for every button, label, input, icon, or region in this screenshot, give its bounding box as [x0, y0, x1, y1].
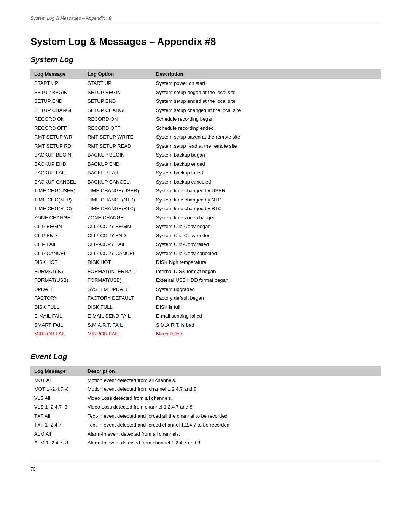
system-log-option: TIME CHANGE(RTC) [84, 204, 152, 213]
system-log-row: BACKUP ENDBACKUP ENDSystem backup ended [30, 160, 381, 169]
event-log-row: TXT 1~2,4,7Text-In event detected and fo… [30, 420, 381, 430]
event-log-message: VLS 1~2,4,7~8 [30, 403, 84, 412]
event-log-message: ALM 1~2,4,7~8 [30, 438, 84, 447]
event-log-row: VLS AllVideo Loss detected from all chan… [30, 394, 381, 403]
event-log-table: Log Message Description MOT AllMotion ev… [30, 366, 381, 447]
system-log-option: RECORD ON [84, 115, 152, 124]
event-log-desc: Video Loss detected from channel 1,2,4,7… [84, 403, 381, 412]
system-log-message: BACKUP END [30, 160, 84, 169]
breadcrumb-bar: System Log & Messages – Appendix #8 [30, 15, 381, 24]
system-log-message: CLIP FAIL [30, 240, 84, 249]
system-log-option: RMT SETUP WRITE [84, 133, 152, 142]
system-log-message: SETUP BEGIN [30, 88, 84, 97]
system-log-desc: System Clip-Copy failed [152, 240, 381, 249]
event-log-row: ALM AllAlarm-In event detected from all … [30, 430, 381, 439]
page-number: 70 [30, 466, 35, 472]
system-log-desc: System Clip-Copy began [152, 222, 381, 231]
system-log-desc: External USB HDD format began [152, 276, 381, 285]
system-log-row: TIME CHG(RTC)TIME CHANGE(RTC)System time… [30, 204, 381, 213]
event-log-desc: Alarm-In event detected from channel 1,2… [84, 438, 381, 447]
system-log-option: START UP [84, 79, 152, 88]
system-log-row: CLIP CANCELCLIP-COPY CANCELSystem Clip-C… [30, 249, 381, 258]
system-log-row: BACKUP CANCELBACKUP CANCELSystem backup … [30, 177, 381, 187]
system-log-option: ZONE CHANGE [84, 213, 152, 222]
event-log-message: MOT 1~2,4,7~8 [30, 385, 84, 394]
event-log-desc: Motion event detected from all channels. [84, 376, 381, 385]
system-log-desc: System setup read at the remote site [152, 142, 381, 151]
system-log-row: RECORD ONRECORD ONSchedule recording beg… [30, 115, 381, 124]
system-log-option: BACKUP CANCEL [84, 177, 152, 187]
system-log-message: SETUP END [30, 97, 84, 106]
page-title: System Log & Messages – Appendix #8 [30, 36, 381, 48]
system-log-message: FACTORY [30, 294, 84, 303]
system-log-option: FORMAT(USB) [84, 276, 152, 285]
system-log-option: FACTORY DEFAULT [84, 294, 152, 303]
system-log-desc: System power on start [152, 79, 381, 88]
event-log-desc: Alarm-In event detected from all channel… [84, 430, 381, 439]
system-log-message: RECORD ON [30, 115, 84, 124]
system-log-message: SETUP CHANGE [30, 106, 84, 115]
system-log-desc: System backup ended [152, 160, 381, 169]
system-log-desc: Schedule recording began [152, 115, 381, 124]
event-log-message: VLS All [30, 394, 84, 403]
system-log-message: RECORD OFF [30, 124, 84, 133]
system-log-option: DISK HOT [84, 258, 152, 267]
system-log-header-message: Log Message [30, 69, 84, 79]
event-log-desc: Text-In event detected and forced channe… [84, 420, 381, 430]
system-log-row: DISK HOTDISK HOTDISK high temperature [30, 258, 381, 267]
system-log-option: CLIP-COPY CANCEL [84, 249, 152, 258]
system-log-message: MIRROR FAIL [30, 329, 84, 339]
system-log-row: E-MAIL FAILE-MAIL SEND FAILE-mail sendin… [30, 312, 381, 321]
system-log-option: TIME CHANGE(NTP) [84, 195, 152, 204]
system-log-desc: System time changed by NTP [152, 195, 381, 204]
event-log-row: ALM 1~2,4,7~8Alarm-In event detected fro… [30, 438, 381, 447]
system-log-desc: System setup ended at the local site [152, 97, 381, 106]
system-log-message: E-MAIL FAIL [30, 312, 84, 321]
breadcrumb: System Log & Messages – Appendix #8 [30, 16, 111, 21]
system-log-row: UPDATESYSTEM UPDATESystem upgraded [30, 285, 381, 294]
event-log-desc: Video Loss detected from all channels. [84, 394, 381, 403]
event-log-row: VLS 1~2,4,7~8Video Loss detected from ch… [30, 403, 381, 412]
event-log-message: TXT 1~2,4,7 [30, 420, 84, 430]
system-log-desc: System backup canceled [152, 177, 381, 187]
system-log-desc: System backup failed [152, 168, 381, 177]
system-log-header-option: Log Option [84, 69, 152, 79]
system-log-message: UPDATE [30, 285, 84, 294]
system-log-row: BACKUP FAILBACKUP FAILSystem backup fail… [30, 168, 381, 177]
system-log-option: TIME CHANGE(USER) [84, 186, 152, 195]
system-log-message: RMT SETUP WR [30, 133, 84, 142]
system-log-row: TIME CHG(USER)TIME CHANGE(USER)System ti… [30, 186, 381, 195]
system-log-message: RMT SETUP RD [30, 142, 84, 151]
system-log-row: ZONE CHANGEZONE CHANGESystem time zone c… [30, 213, 381, 222]
system-log-option: RMT SETUP READ [84, 142, 152, 151]
system-log-desc: System setup saved at the remote site [152, 133, 381, 142]
event-log-title: Event Log [30, 352, 381, 361]
system-log-row: TIME CHG(NTP)TIME CHANGE(NTP)System time… [30, 195, 381, 204]
event-log-desc: Motion event detected from channel 1,2,4… [84, 385, 381, 394]
system-log-desc: System time changed by RTC [152, 204, 381, 213]
system-log-row: MIRROR FAILMIRROR FAILMirror failed [30, 329, 381, 339]
event-log-row: TXT AllText-In event detected and forced… [30, 412, 381, 421]
system-log-row: SETUP BEGINSETUP BEGINSystem setup began… [30, 88, 381, 97]
system-log-message: CLIP END [30, 231, 84, 240]
page-footer: 70 [30, 463, 381, 472]
system-log-desc: System backup began [152, 150, 381, 160]
system-log-option: RECORD OFF [84, 124, 152, 133]
system-log-option: CLIP-COPY FAIL [84, 240, 152, 249]
system-log-desc: Factory default began [152, 294, 381, 303]
system-log-desc: Schedule recording ended [152, 124, 381, 133]
system-log-option: BACKUP END [84, 160, 152, 169]
system-log-desc: S.M.A.R.T. is bad [152, 321, 381, 330]
system-log-desc: System time changed by USER [152, 186, 381, 195]
system-log-message: BACKUP CANCEL [30, 177, 84, 187]
system-log-message: DISK HOT [30, 258, 84, 267]
system-log-row: FORMAT(IN)FORMAT(INTERNAL)Internal DISK … [30, 267, 381, 276]
system-log-message: TIME CHG(NTP) [30, 195, 84, 204]
system-log-option: S.M.A.R.T. FAIL [84, 321, 152, 330]
system-log-desc: Internal DISK format began [152, 267, 381, 276]
system-log-title: System Log [30, 55, 381, 64]
system-log-message: TIME CHG(USER) [30, 186, 84, 195]
system-log-desc: E-mail sending failed [152, 312, 381, 321]
system-log-message: FORMAT(IN) [30, 267, 84, 276]
system-log-row: SMART FAILS.M.A.R.T. FAILS.M.A.R.T. is b… [30, 321, 381, 330]
